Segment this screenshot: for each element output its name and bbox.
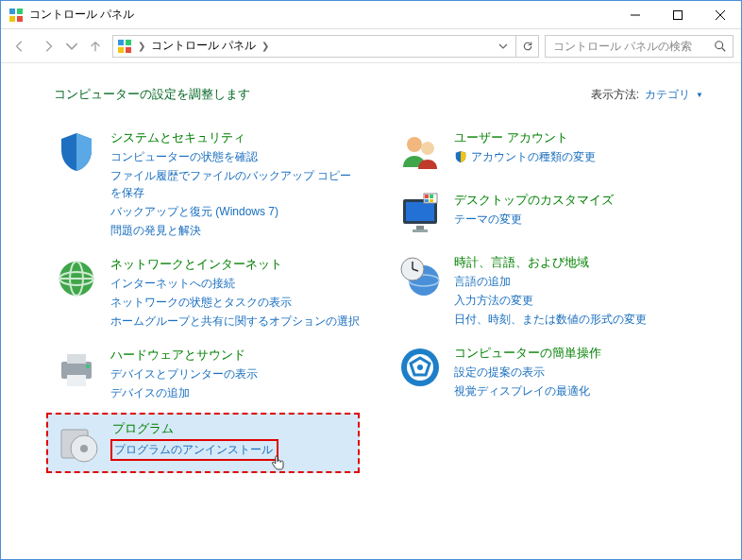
category-link[interactable]: バックアップと復元 (Windows 7): [110, 203, 360, 220]
svg-rect-28: [406, 202, 434, 221]
svg-rect-35: [430, 199, 433, 202]
category-link[interactable]: 問題の発見と解決: [110, 222, 360, 239]
category-title[interactable]: ユーザー アカウント: [454, 129, 596, 146]
svg-rect-2: [9, 16, 15, 22]
control-panel-icon: [8, 8, 24, 23]
category-ease-of-access: コンピューターの簡単操作 設定の提案の表示 視覚ディスプレイの最適化: [397, 345, 703, 399]
view-by-value[interactable]: カテゴリ: [645, 87, 690, 103]
svg-rect-1: [17, 8, 23, 14]
svg-rect-20: [67, 375, 86, 386]
category-title[interactable]: 時計、言語、および地域: [454, 254, 647, 271]
svg-rect-5: [673, 10, 682, 19]
svg-rect-32: [425, 195, 429, 198]
maximize-button[interactable]: [656, 1, 699, 28]
category-link[interactable]: 日付、時刻、または数値の形式の変更: [454, 311, 647, 328]
svg-rect-34: [425, 199, 429, 202]
titlebar: コントロール パネル: [1, 1, 741, 29]
category-link[interactable]: 視覚ディスプレイの最適化: [454, 382, 601, 399]
minimize-button[interactable]: [614, 1, 656, 28]
svg-rect-0: [9, 8, 15, 14]
category-link[interactable]: 言語の追加: [454, 273, 647, 290]
window-title: コントロール パネル: [29, 7, 614, 23]
hand-cursor-icon: [269, 455, 286, 472]
view-by-selector[interactable]: 表示方法: カテゴリ ▼: [591, 87, 703, 103]
category-link[interactable]: コンピューターの状態を確認: [110, 148, 360, 165]
svg-point-43: [417, 365, 423, 370]
category-title[interactable]: ネットワークとインターネット: [110, 256, 360, 273]
svg-line-13: [722, 47, 726, 51]
category-link[interactable]: デバイスとプリンターの表示: [110, 365, 258, 382]
right-column: ユーザー アカウント アカウントの種類の変更 デスクトップのカスタマイズ テーマ…: [397, 129, 703, 473]
svg-rect-19: [67, 354, 86, 364]
category-title[interactable]: プログラム: [112, 420, 278, 437]
category-appearance-personalization: デスクトップのカスタマイズ テーマの変更: [397, 192, 703, 237]
svg-point-26: [421, 142, 434, 155]
address-dropdown-button[interactable]: [495, 42, 512, 51]
clock-globe-icon: [397, 254, 443, 299]
ease-of-access-icon: [397, 345, 443, 390]
chevron-right-icon[interactable]: ❯: [136, 41, 147, 51]
printer-icon: [54, 347, 99, 392]
refresh-button[interactable]: [516, 35, 539, 58]
svg-rect-29: [416, 226, 424, 229]
breadcrumb-item[interactable]: コントロール パネル: [151, 38, 256, 54]
svg-rect-3: [17, 16, 23, 22]
category-link[interactable]: ネットワークの状態とタスクの表示: [110, 294, 360, 311]
uac-shield-icon: [454, 150, 467, 163]
left-column: システムとセキュリティ コンピューターの状態を確認 ファイル履歴でファイルのバッ…: [54, 129, 360, 473]
recent-locations-button[interactable]: [65, 35, 78, 58]
category-link[interactable]: テーマの変更: [454, 211, 614, 228]
category-link[interactable]: デバイスの追加: [110, 384, 258, 401]
uninstall-programs-link[interactable]: プログラムのアンインストール: [114, 443, 273, 456]
category-system-security: システムとセキュリティ コンピューターの状態を確認 ファイル履歴でファイルのバッ…: [54, 129, 360, 239]
svg-rect-8: [118, 40, 124, 45]
shield-icon: [54, 129, 99, 175]
svg-point-21: [86, 365, 90, 368]
category-link[interactable]: ファイル履歴でファイルのバックアップ コピーを保存: [110, 167, 360, 201]
search-icon: [714, 40, 727, 53]
forward-button[interactable]: [37, 35, 59, 58]
svg-point-25: [407, 137, 422, 152]
globe-icon: [54, 256, 99, 301]
monitor-icon: [397, 192, 443, 237]
page-title: コンピューターの設定を調整します: [54, 86, 591, 103]
svg-rect-11: [126, 47, 131, 53]
view-by-label: 表示方法:: [591, 87, 639, 103]
users-icon: [397, 129, 443, 175]
chevron-right-icon[interactable]: ❯: [260, 41, 271, 51]
chevron-down-icon: ▼: [696, 91, 703, 99]
category-programs: プログラム プログラムのアンインストール: [46, 413, 360, 473]
category-title[interactable]: コンピューターの簡単操作: [454, 345, 601, 362]
svg-point-12: [716, 41, 723, 48]
svg-point-24: [80, 445, 88, 452]
address-bar[interactable]: ❯ コントロール パネル ❯: [112, 35, 516, 58]
category-title[interactable]: デスクトップのカスタマイズ: [454, 192, 614, 209]
category-title[interactable]: システムとセキュリティ: [110, 129, 360, 146]
content-area: コンピューターの設定を調整します 表示方法: カテゴリ ▼ システムとセキュリテ…: [1, 63, 741, 483]
svg-rect-9: [126, 40, 131, 45]
category-hardware-sound: ハードウェアとサウンド デバイスとプリンターの表示 デバイスの追加: [54, 347, 360, 401]
svg-rect-30: [413, 229, 428, 232]
category-link[interactable]: インターネットへの接続: [110, 275, 360, 292]
svg-rect-10: [118, 47, 124, 53]
close-button[interactable]: [699, 1, 741, 28]
category-title[interactable]: ハードウェアとサウンド: [110, 347, 258, 364]
svg-rect-33: [430, 195, 433, 198]
category-clock-language-region: 時計、言語、および地域 言語の追加 入力方法の変更 日付、時刻、または数値の形式…: [397, 254, 703, 328]
uninstall-link-highlight: プログラムのアンインストール: [110, 439, 278, 461]
category-link[interactable]: 設定の提案の表示: [454, 364, 601, 381]
search-box[interactable]: [545, 35, 734, 58]
category-network-internet: ネットワークとインターネット インターネットへの接続 ネットワークの状態とタスク…: [54, 256, 360, 330]
category-link[interactable]: ホームグループと共有に関するオプションの選択: [110, 313, 360, 330]
control-panel-icon: [117, 39, 132, 54]
back-button[interactable]: [8, 35, 31, 58]
category-link[interactable]: アカウントの種類の変更: [471, 148, 596, 165]
category-link[interactable]: 入力方法の変更: [454, 292, 647, 309]
search-input[interactable]: [551, 39, 714, 54]
toolbar: ❯ コントロール パネル ❯: [1, 29, 741, 63]
disc-box-icon: [56, 420, 101, 466]
category-user-accounts: ユーザー アカウント アカウントの種類の変更: [397, 129, 703, 175]
up-button[interactable]: [84, 35, 107, 58]
